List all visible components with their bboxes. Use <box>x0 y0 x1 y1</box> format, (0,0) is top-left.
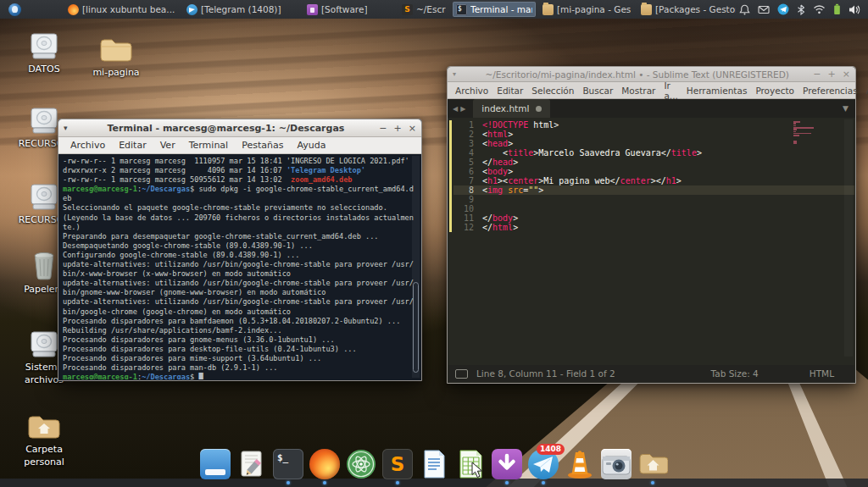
code-line-9: 9 <box>453 195 854 204</box>
close-icon[interactable]: × <box>843 69 850 79</box>
modified-dot-icon[interactable] <box>536 106 542 112</box>
sublime-menu-preferencias[interactable]: Preferencias <box>798 86 862 96</box>
software-icon <box>307 4 318 15</box>
terminal-line: update-alternatives: utilizando /usr/bin… <box>63 260 409 269</box>
close-icon[interactable]: × <box>409 124 416 133</box>
dock-atom[interactable] <box>346 449 376 479</box>
dock-telegram[interactable]: 1408 <box>528 449 559 479</box>
maximize-icon[interactable]: + <box>394 124 402 133</box>
sublime-menu-editar[interactable]: Editar <box>492 86 527 96</box>
sublime-menu-herramientas[interactable]: Herramientas <box>682 86 752 96</box>
tab-overflow-chevron-icon[interactable]: ▼ <box>843 104 849 113</box>
sublime-menu-archivo[interactable]: Archivo <box>451 86 492 96</box>
folder-icon <box>542 4 554 15</box>
window-menu-caret-icon[interactable]: ▾ <box>64 124 68 132</box>
top-panel: [linux xubuntu bea...[Telegram (1408)][S… <box>0 0 868 19</box>
terminal-menu-ver[interactable]: Ver <box>153 140 182 151</box>
terminal-line: -rw-rw-r-- 1 marcesg marcesg 50955612 ma… <box>63 175 409 185</box>
telegram-tray-icon[interactable] <box>777 3 789 15</box>
dock-firefox[interactable] <box>309 449 340 479</box>
sublime-menu-seleccin[interactable]: Selección <box>527 86 578 96</box>
dock-home-folder[interactable] <box>637 449 668 479</box>
code-editor[interactable]: 1<!DOCTYPE html>2<html>3<head>4 <title>M… <box>448 118 854 365</box>
terminal-menu-terminal[interactable]: Terminal <box>182 140 236 151</box>
dock-terminal[interactable] <box>273 449 303 479</box>
terminal-line: -rw-rw-r-- 1 marcesg marcesg 1110957 mar… <box>63 157 409 166</box>
dock-text-editor[interactable] <box>236 449 267 479</box>
dock: 1408 <box>200 449 668 479</box>
modified-lines-bar <box>449 120 452 232</box>
desktop-icon-mi-pagina[interactable]: mi-pagina <box>81 34 152 80</box>
terminal-menu-archivo[interactable]: Archivo <box>64 140 112 151</box>
mail-icon[interactable] <box>758 4 770 15</box>
terminal-output: -rw-rw-r-- 1 marcesg marcesg 1110957 mar… <box>59 154 420 379</box>
editor-scrollbar[interactable] <box>844 119 853 357</box>
system-tray <box>739 3 861 15</box>
minimize-icon[interactable]: − <box>379 124 387 133</box>
dock-writer[interactable] <box>419 449 449 479</box>
sublime-text-window: ▾ ~/Escritorio/mi-pagina/index.html • - … <box>447 66 856 384</box>
sublime-menu-proyecto[interactable]: Proyecto <box>751 86 798 96</box>
taskbar-window-4[interactable]: ~/Escritorio/mi-pag... <box>398 2 449 17</box>
dock-vlc[interactable] <box>565 449 595 479</box>
terminal-menu-pestaas[interactable]: Pestañas <box>235 140 290 151</box>
terminal-line: drwxrwxr-x 2 marcesg marcesg 4096 mar 14… <box>63 166 409 175</box>
desktop-icon-carpeta-personal[interactable]: Carpeta personal <box>8 411 80 469</box>
terminal-line: update-alternatives: utilizando /usr/bin… <box>63 279 409 288</box>
drive-icon <box>8 30 80 61</box>
terminal-line: bin/google-chrome (google-chrome) en mod… <box>63 307 409 317</box>
taskbar-window-5[interactable]: Terminal - marcesg... <box>453 2 536 17</box>
terminal-menu-ayuda[interactable]: Ayuda <box>290 140 332 151</box>
taskbar-window-7[interactable]: [Packages - Gestor ... <box>637 2 739 17</box>
wifi-icon[interactable] <box>813 4 826 14</box>
tab-scroll-arrows-icon[interactable]: ◀▶ <box>448 105 473 113</box>
volume-icon[interactable] <box>849 4 861 15</box>
terminal-line: Preparando para desempaquetar google-chr… <box>63 232 409 241</box>
code-line-10: 10 <box>453 204 854 213</box>
minimap[interactable] <box>793 119 836 178</box>
desktop-icon-datos[interactable]: DATOS <box>8 30 80 76</box>
applications-menu-button[interactable] <box>0 0 29 19</box>
syntax-indicator[interactable]: HTML <box>810 368 834 379</box>
sublime-titlebar[interactable]: ▾ ~/Escritorio/mi-pagina/index.html • - … <box>448 67 855 82</box>
terminal-scrollbar[interactable] <box>412 156 420 378</box>
taskbar-window-6[interactable]: [mi-pagina - Gestor... <box>539 2 634 17</box>
telegram-icon <box>186 4 198 15</box>
taskbar-window-3[interactable]: [Software] <box>303 2 395 17</box>
notifications-bell-icon[interactable] <box>739 4 750 15</box>
dock-software-installer[interactable] <box>492 449 522 479</box>
dock-sublime-text[interactable] <box>382 449 413 479</box>
terminal-menu-editar[interactable]: Editar <box>112 140 153 151</box>
sublime-menu-mostrar[interactable]: Mostrar <box>617 86 659 96</box>
taskbar-window-2[interactable]: [Telegram (1408)] <box>183 2 300 17</box>
taskbar-window-label: [mi-pagina - Gestor... <box>557 4 631 14</box>
home-folder-icon <box>8 411 80 441</box>
sublime-menu-buscar[interactable]: Buscar <box>578 86 617 96</box>
battery-icon[interactable] <box>833 3 841 15</box>
tab-size-indicator[interactable]: Tab Size: 4 <box>711 368 759 379</box>
sublime-menu-ira[interactable]: Ir a... <box>659 80 682 101</box>
terminal-line: Configurando google-chrome-stable (89.0.… <box>63 251 409 260</box>
bluetooth-icon[interactable] <box>797 4 805 15</box>
terminal-titlebar[interactable]: ▾ Terminal - marcesg@marcesg-1: ~/Descar… <box>58 119 421 137</box>
sublime-menu-ayuda[interactable]: Ayuda <box>862 86 868 96</box>
maximize-icon[interactable]: + <box>828 69 836 79</box>
terminal-line: marcesg@marcesg-1:~/Descargas$ █ <box>63 373 409 379</box>
terminal-line: update-alternatives: utilizando /usr/bin… <box>63 297 409 307</box>
dock-running-indicator <box>505 481 509 484</box>
scrollbar-handle[interactable] <box>413 282 419 373</box>
tab-index-html[interactable]: index.html <box>473 99 550 118</box>
taskbar-window-label: [linux xubuntu bea... <box>82 4 175 14</box>
terminal-line: Procesando disparadores para bamfdaemon … <box>63 317 409 326</box>
cursor-position-text: Line 8, Column 11 - Field 1 of 2 <box>476 368 615 379</box>
terminal-line: eb <box>63 194 409 203</box>
taskbar-window-1[interactable]: [linux xubuntu bea... <box>64 2 180 17</box>
terminal-line: Procesando disparadores para desktop-fil… <box>63 345 409 354</box>
dock-camera[interactable] <box>601 449 632 479</box>
terminal-content[interactable]: -rw-rw-r-- 1 marcesg marcesg 1110957 mar… <box>59 154 420 379</box>
minimize-icon[interactable]: − <box>813 69 821 79</box>
sublime-tab-bar: ◀▶ index.html ▼ <box>448 99 855 118</box>
mouse-cursor <box>471 462 483 482</box>
dock-file-manager[interactable] <box>200 449 231 479</box>
window-menu-caret-icon[interactable]: ▾ <box>453 70 456 78</box>
